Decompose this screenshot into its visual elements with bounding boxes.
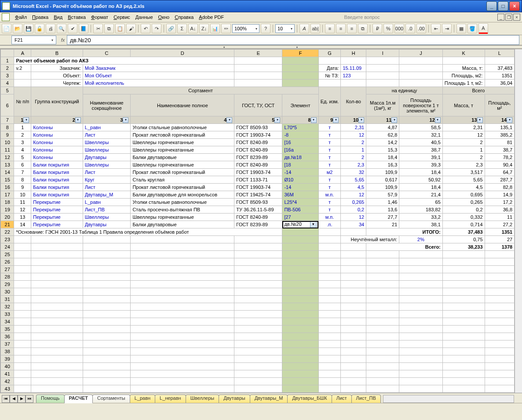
autosum-icon[interactable]: Σ: [177, 24, 187, 33]
short-name-cell[interactable]: Швеллеры: [83, 139, 131, 146]
drawing-icon[interactable]: ✏: [221, 24, 231, 33]
row-header[interactable]: 12: [1, 154, 14, 161]
menu-Сервис[interactable]: Сервис: [111, 14, 133, 21]
tab-first-icon[interactable]: ⏮: [2, 395, 10, 403]
short-name-cell[interactable]: Швеллеры: [83, 214, 131, 221]
dec-indent-icon[interactable]: ⇤: [431, 24, 441, 33]
element-cell[interactable]: L25*4: [282, 199, 318, 206]
qty-cell[interactable]: 2,31: [341, 124, 366, 131]
row-header[interactable]: 18: [1, 199, 14, 206]
unit-cell[interactable]: т: [318, 206, 341, 214]
inner-close-button[interactable]: ×: [513, 14, 520, 21]
row-header[interactable]: 20: [1, 214, 14, 221]
unit-cell[interactable]: .п.: [318, 221, 341, 228]
customer-value[interactable]: Мой Заказчик: [83, 65, 234, 72]
row-header[interactable]: 42: [1, 378, 14, 385]
qty-cell[interactable]: 5,65: [341, 176, 366, 184]
research-icon[interactable]: 📘: [79, 24, 88, 33]
row-header[interactable]: 10: [1, 139, 14, 146]
element-cell[interactable]: [16a: [282, 146, 318, 154]
active-cell[interactable]: дв.№20▾ дв.№20дв.№22дв.№24дв.№27дв.№30дв…: [282, 221, 318, 228]
unit-cell[interactable]: т: [318, 146, 341, 154]
row-header[interactable]: 43: [1, 385, 14, 393]
merge-icon[interactable]: ⧉: [358, 24, 368, 33]
group-cell[interactable]: Балки покрытия: [31, 169, 83, 176]
hyperlink-icon[interactable]: 🔗: [166, 24, 176, 33]
row-header[interactable]: 37: [1, 340, 14, 348]
filter-dropdown-icon[interactable]: ▾: [274, 117, 280, 123]
row-header[interactable]: 19: [1, 206, 14, 214]
filter-dropdown-icon[interactable]: ▾: [435, 117, 441, 123]
filter-dropdown-icon[interactable]: ▾: [333, 117, 339, 123]
unit-cell[interactable]: т: [318, 161, 341, 169]
short-name-cell[interactable]: Двутавры_М: [83, 191, 131, 199]
qty-cell[interactable]: 2,3: [341, 161, 366, 169]
unit-cell[interactable]: м.п.: [318, 214, 341, 221]
filter-dropdown-icon[interactable]: ▾: [358, 117, 364, 123]
align-left-icon[interactable]: ≡: [325, 24, 335, 33]
element-cell[interactable]: ПВ-506: [282, 206, 318, 214]
group-cell[interactable]: Колонны: [31, 139, 83, 146]
unit-cell[interactable]: т: [318, 124, 341, 131]
qty-cell[interactable]: 12: [341, 214, 366, 221]
paste-icon[interactable]: 📋: [115, 24, 125, 33]
textbox-icon[interactable]: ab|: [310, 24, 320, 33]
element-cell[interactable]: [18: [282, 161, 318, 169]
row-header[interactable]: 28: [1, 273, 14, 281]
copy-icon[interactable]: ⧉: [104, 24, 114, 33]
element-cell[interactable]: Ø10: [282, 176, 318, 184]
short-name-cell[interactable]: Двутавры: [83, 154, 131, 161]
cut-icon[interactable]: ✂: [93, 24, 103, 33]
horizontal-scrollbar[interactable]: [383, 395, 514, 403]
chart-icon[interactable]: 📊: [210, 24, 220, 33]
menu-Справка[interactable]: Справка: [172, 14, 196, 21]
save-icon[interactable]: 💾: [24, 24, 33, 33]
sheet-tab-Двутавры[interactable]: Двутавры: [219, 395, 250, 403]
col-header-A[interactable]: A: [14, 50, 31, 57]
row-header[interactable]: 36: [1, 333, 14, 340]
undo-icon[interactable]: ↶: [141, 24, 150, 33]
worksheet-grid[interactable]: ABCDEFGHIJKL 1 Расчет объемов работ по А…: [0, 49, 515, 393]
element-cell[interactable]: L70*5: [282, 124, 318, 131]
row-header[interactable]: 17: [1, 191, 14, 199]
tab-prev-icon[interactable]: ◀: [10, 395, 18, 403]
qty-cell[interactable]: 32: [341, 169, 366, 176]
filter-cell[interactable]: 11▾: [366, 116, 399, 124]
row-header[interactable]: 1: [1, 57, 14, 65]
short-name-cell[interactable]: Лист: [83, 131, 131, 139]
unit-cell[interactable]: т: [318, 139, 341, 146]
filter-cell[interactable]: 8▾: [282, 116, 318, 124]
row-header[interactable]: 8: [1, 124, 14, 131]
qty-cell[interactable]: 4,5: [341, 184, 366, 191]
col-header-C[interactable]: C: [83, 50, 131, 57]
row-header[interactable]: 35: [1, 326, 14, 333]
tz-value[interactable]: 123: [341, 72, 366, 80]
sort-asc-icon[interactable]: A↓: [188, 24, 198, 33]
font-color-icon[interactable]: A: [478, 23, 488, 34]
new-icon[interactable]: 📄: [2, 24, 11, 33]
col-header-G[interactable]: G: [318, 50, 341, 57]
pane-split-bar[interactable]: ••: [0, 45, 522, 49]
font-size-combo[interactable]: 10▾: [275, 24, 295, 33]
inner-restore-button[interactable]: ❐: [505, 14, 512, 21]
row-header[interactable]: 27: [1, 266, 14, 273]
object-value[interactable]: Моя Объект: [83, 72, 234, 80]
group-cell[interactable]: Балки покрытия: [31, 161, 83, 169]
element-cell[interactable]: -14: [282, 169, 318, 176]
unit-cell[interactable]: т: [318, 154, 341, 161]
fx-icon[interactable]: fx: [59, 37, 67, 43]
unit-cell[interactable]: т: [318, 184, 341, 191]
filter-dropdown-icon[interactable]: ▾: [477, 117, 483, 123]
permission-icon[interactable]: 🔓: [35, 24, 44, 33]
select-all-corner[interactable]: [1, 50, 14, 57]
print-icon[interactable]: 🖨: [46, 24, 55, 33]
filter-cell[interactable]: 14▾: [485, 116, 515, 124]
row-header[interactable]: 16: [1, 184, 14, 191]
tab-last-icon[interactable]: ⏭: [26, 395, 33, 403]
menu-Вставка[interactable]: Вставка: [65, 14, 88, 21]
align-right-icon[interactable]: ≡: [347, 24, 357, 33]
group-cell[interactable]: Перекрытие: [31, 206, 83, 214]
close-button[interactable]: ×: [509, 1, 520, 11]
short-name-cell[interactable]: L_равн: [83, 199, 131, 206]
tab-nav[interactable]: ⏮ ◀ ▶ ⏭: [2, 395, 33, 403]
